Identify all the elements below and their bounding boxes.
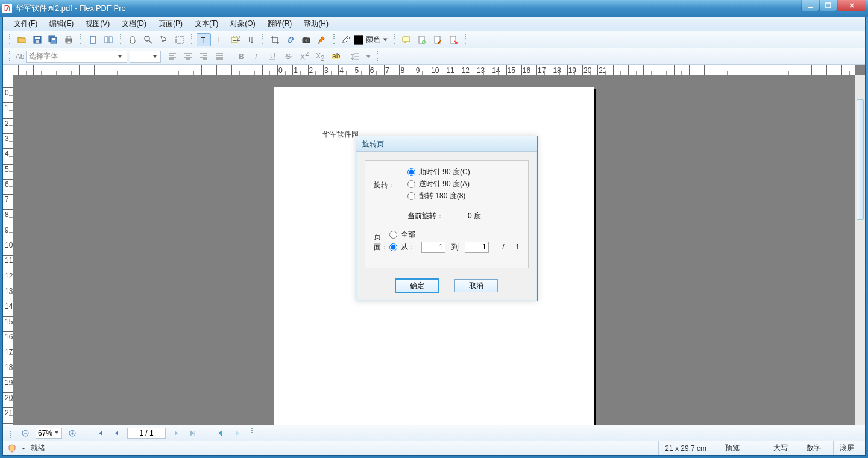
svg-text:B: B <box>239 52 244 61</box>
menu-translate[interactable]: 翻译(R) <box>262 17 298 31</box>
toolbar-grip[interactable] <box>332 33 336 46</box>
align-center-button[interactable] <box>181 50 195 63</box>
redact-tool-button[interactable] <box>315 33 329 46</box>
nav-forward-button[interactable] <box>231 427 244 439</box>
menu-view[interactable]: 视图(V) <box>80 17 116 31</box>
single-page-button[interactable] <box>86 33 100 46</box>
page-to-input[interactable] <box>465 242 489 253</box>
menu-document[interactable]: 文档(D) <box>116 17 153 31</box>
subscript-button[interactable]: X2 <box>312 50 327 63</box>
cancel-button[interactable]: 取消 <box>454 279 498 292</box>
highlight-button[interactable]: ab <box>328 50 342 63</box>
maximize-button[interactable] <box>820 0 837 11</box>
edit-page-tool-button[interactable] <box>430 33 445 46</box>
radio-cw-90-input[interactable] <box>407 168 415 176</box>
align-left-button[interactable] <box>165 50 180 63</box>
ok-button[interactable]: 确定 <box>395 279 439 292</box>
scrollbar-thumb[interactable] <box>857 99 864 220</box>
align-justify-button[interactable] <box>212 50 227 63</box>
toolbar-grip[interactable] <box>8 33 11 46</box>
new-page-tool-button[interactable] <box>415 33 429 46</box>
close-button[interactable] <box>838 0 866 11</box>
radio-all-pages-label: 全部 <box>401 230 415 240</box>
italic-button[interactable]: I <box>250 50 264 63</box>
radio-ccw-90-input[interactable] <box>407 180 415 188</box>
underline-button[interactable]: U <box>265 50 280 63</box>
menu-help[interactable]: 帮助(H) <box>298 17 335 31</box>
toolbar-grip[interactable] <box>119 33 122 46</box>
toolbar-grip[interactable] <box>376 50 379 63</box>
color-dropdown-button[interactable] <box>381 33 389 46</box>
menu-text[interactable]: 文本(T) <box>189 17 224 31</box>
eyedropper-tool-button[interactable] <box>339 33 353 46</box>
menu-file[interactable]: 文件(F) <box>8 17 43 31</box>
zoom-tool-button[interactable] <box>141 33 156 46</box>
first-page-button[interactable] <box>93 427 107 439</box>
two-page-button[interactable] <box>101 33 116 46</box>
color-swatch[interactable] <box>354 35 363 45</box>
export-page-tool-button[interactable] <box>446 33 461 46</box>
toolbar-grip[interactable] <box>79 33 83 46</box>
navigation-bar: 67% 1 / 1 <box>3 425 865 441</box>
toolbar-grip[interactable] <box>8 50 11 63</box>
open-button[interactable] <box>14 33 29 46</box>
minimize-button[interactable] <box>802 0 819 11</box>
page-number-input[interactable]: 1 / 1 <box>127 428 166 439</box>
status-preview[interactable]: 预览 <box>719 441 761 455</box>
radio-flip-180[interactable]: 翻转 180 度(8) <box>407 191 520 201</box>
radio-cw-90[interactable]: 顺时针 90 度(C) <box>407 167 520 177</box>
select-tool-button[interactable] <box>172 33 187 46</box>
label-tool-button[interactable]: 123 <box>228 33 242 46</box>
svg-rect-12 <box>105 37 108 43</box>
canvas-area[interactable]: 华军软件园 旋转页 旋转： 顺时针 90 度(C) 逆时针 90 度(A) 翻转… <box>13 75 855 425</box>
menu-edit[interactable]: 编辑(E) <box>43 17 80 31</box>
font-select[interactable]: 选择字体 <box>26 51 127 63</box>
comment-tool-button[interactable] <box>399 33 414 46</box>
dialog-title[interactable]: 旋转页 <box>356 136 537 152</box>
page-from-label: 从： <box>401 242 415 253</box>
last-page-button[interactable] <box>186 427 200 439</box>
radio-page-range[interactable]: 从： 到 / 1 <box>389 242 520 253</box>
vertical-scrollbar[interactable] <box>855 75 865 425</box>
link-tool-button[interactable] <box>283 33 298 46</box>
toolbar-grip[interactable] <box>9 427 13 440</box>
zoom-in-button[interactable] <box>66 427 79 439</box>
toolbar-grip[interactable] <box>250 427 254 439</box>
next-page-button[interactable] <box>169 427 183 439</box>
radio-page-range-input[interactable] <box>389 243 397 251</box>
text-link-tool-button[interactable]: T <box>244 33 258 46</box>
radio-all-pages-input[interactable] <box>389 231 397 239</box>
font-size-select[interactable] <box>130 51 161 63</box>
text-tool-button[interactable]: T <box>197 33 211 46</box>
save-all-button[interactable] <box>46 33 60 46</box>
bold-button[interactable]: B <box>234 50 248 63</box>
color-label: 颜色 <box>366 34 380 45</box>
snapshot-tool-button[interactable] <box>299 33 313 46</box>
radio-ccw-90[interactable]: 逆时针 90 度(A) <box>407 179 520 189</box>
text-plus-tool-button[interactable]: T+ <box>212 33 227 46</box>
save-button[interactable] <box>30 33 45 46</box>
toolbar-grip[interactable] <box>464 33 467 46</box>
hand-tool-button[interactable] <box>125 33 140 46</box>
toolbar-grip[interactable] <box>392 33 396 46</box>
toolbar-grip[interactable] <box>190 33 193 46</box>
nav-back-button[interactable] <box>214 427 227 439</box>
superscript-button[interactable]: X2 <box>297 50 311 63</box>
line-spacing-button[interactable] <box>348 50 363 63</box>
radio-all-pages[interactable]: 全部 <box>389 230 520 240</box>
page-from-input[interactable] <box>421 242 445 253</box>
menu-object[interactable]: 对象(O) <box>224 17 261 31</box>
radio-flip-180-input[interactable] <box>407 192 415 200</box>
print-button[interactable] <box>61 33 76 46</box>
strikethrough-button[interactable]: S <box>281 50 295 63</box>
zoom-out-button[interactable] <box>19 427 32 439</box>
toolbar-grip[interactable] <box>261 33 265 46</box>
pointer-tool-button[interactable] <box>157 33 171 46</box>
crop-tool-button[interactable] <box>268 33 282 46</box>
zoom-input[interactable]: 67% <box>36 428 62 439</box>
align-right-button[interactable] <box>197 50 211 63</box>
menu-page[interactable]: 页面(P) <box>153 17 189 31</box>
prev-page-button[interactable] <box>110 427 124 439</box>
line-spacing-dropdown[interactable] <box>364 50 373 63</box>
page-slash: / <box>502 243 504 251</box>
